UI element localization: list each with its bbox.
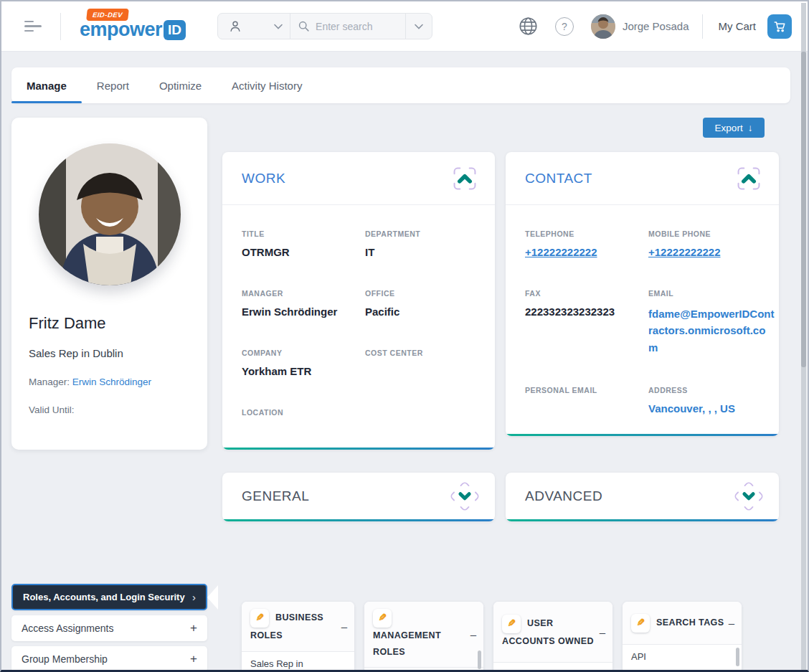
profile-photo: [39, 143, 181, 285]
valid-until-label: Valid Until:: [29, 404, 190, 415]
edit-pencil-icon[interactable]: ✎: [250, 609, 269, 628]
collapse-frame-icon: [734, 164, 763, 193]
global-search: [217, 13, 432, 39]
edit-pencil-icon[interactable]: ✎: [631, 614, 650, 633]
globe-icon: [519, 16, 538, 36]
general-panel-title: GENERAL: [242, 488, 309, 504]
header-divider: [60, 13, 61, 40]
nav-roles-accounts-login-security[interactable]: Roles, Accounts, and Login Security ›: [11, 584, 207, 610]
field-company: COMPANY Yorkham ETR: [242, 349, 365, 378]
collapse-minus-icon[interactable]: –: [724, 617, 734, 629]
header-divider: [702, 14, 703, 39]
tab-manage[interactable]: Manage: [11, 67, 82, 103]
contact-panel-title: CONTACT: [525, 171, 592, 186]
tab-bar: Manage Report Optimize Activity History: [11, 67, 790, 103]
section-nav: Roles, Accounts, and Login Security › Ac…: [11, 584, 207, 672]
field-mobile-phone: MOBILE PHONE +12222222222: [648, 229, 775, 259]
widget-scrollbar[interactable]: [478, 650, 481, 669]
search-tags-widget: ✎SEARCH TAGS – API: [623, 602, 742, 672]
app-window: EID-DEV empower ID: [0, 0, 809, 672]
list-item[interactable]: API: [623, 645, 742, 668]
edit-pencil-icon[interactable]: ✎: [502, 615, 521, 633]
field-department: DEPARTMENT IT: [365, 229, 481, 259]
user-avatar[interactable]: [591, 14, 615, 39]
field-fax: FAX 222332323232323: [525, 289, 648, 356]
environment-badge: EID-DEV: [86, 9, 129, 21]
language-globe-button[interactable]: [519, 16, 538, 36]
logo-wordmark: empower: [80, 19, 162, 41]
field-email: EMAIL fdame@EmpowerIDContractors.onmicro…: [648, 289, 775, 356]
hamburger-menu-icon[interactable]: [24, 18, 43, 35]
business-roles-widget: ✎BUSINESS ROLES – Sales Rep in: [242, 602, 354, 672]
mobile-phone-link[interactable]: +12222222222: [648, 246, 721, 258]
person-role: Sales Rep in Dublin: [29, 347, 190, 359]
user-name[interactable]: Jorge Posada: [623, 20, 689, 32]
address-link[interactable]: Vancouver, , , US: [648, 402, 735, 415]
question-mark-icon: ?: [562, 21, 567, 32]
collapse-minus-icon[interactable]: –: [337, 620, 347, 633]
plus-icon: +: [190, 621, 197, 635]
cart-button[interactable]: [767, 14, 792, 39]
work-panel-title: WORK: [242, 171, 285, 186]
search-scope-select[interactable]: [218, 19, 290, 34]
expand-frame-icon: [734, 482, 763, 511]
expand-general-button[interactable]: [450, 482, 479, 511]
search-options-select[interactable]: [406, 24, 432, 29]
collapse-minus-icon[interactable]: –: [595, 626, 605, 638]
work-panel: WORK TITLE OTRMGR DEPARTMENT IT: [222, 152, 495, 450]
telephone-link[interactable]: +12222222222: [525, 246, 597, 258]
advanced-panel: ADVANCED: [506, 473, 779, 521]
plus-icon: +: [190, 652, 197, 666]
field-manager: MANAGER Erwin Schrödinger: [242, 289, 365, 318]
export-button[interactable]: Export ↓: [703, 118, 765, 138]
logo-id-mark: ID: [164, 20, 186, 40]
chevron-down-icon: [274, 24, 283, 29]
field-office: OFFICE Pacific: [365, 289, 481, 318]
nav-access-assignments[interactable]: Access Assignments +: [11, 615, 207, 641]
app-header: EID-DEV empower ID: [1, 1, 808, 52]
search-icon: [298, 20, 310, 32]
page-scrollbar[interactable]: [801, 3, 806, 670]
tab-activity-history[interactable]: Activity History: [217, 67, 317, 103]
field-cost-center: COST CENTER: [365, 349, 481, 378]
collapse-contact-button[interactable]: [734, 164, 763, 193]
list-item[interactable]: Sales Rep in: [242, 652, 354, 672]
advanced-panel-title: ADVANCED: [525, 488, 602, 504]
collapse-minus-icon[interactable]: –: [466, 628, 476, 640]
collapse-frame-icon: [450, 164, 479, 193]
edit-pencil-icon[interactable]: ✎: [373, 609, 392, 628]
profile-card: Fritz Dame Sales Rep in Dublin Manager: …: [11, 118, 207, 450]
expand-frame-icon: [450, 482, 479, 511]
manager-link[interactable]: Erwin Schrödinger: [72, 377, 151, 387]
search-input[interactable]: [316, 21, 394, 32]
person-icon: [228, 19, 242, 34]
field-location: LOCATION: [242, 408, 365, 437]
management-roles-widget: ✎MANAGEMENT ROLES –: [364, 602, 483, 672]
active-section-pointer: [207, 585, 218, 610]
expand-advanced-button[interactable]: [734, 482, 763, 511]
chevron-right-icon: ›: [192, 591, 196, 603]
person-name: Fritz Dame: [29, 314, 190, 333]
user-accounts-owned-widget: ✎USER ACCOUNTS OWNED –: [493, 602, 612, 672]
contact-panel: CONTACT TELEPHONE +12222222222 MOBILE PH…: [506, 152, 779, 436]
search-field-wrap: [290, 20, 405, 32]
general-panel: GENERAL: [222, 473, 495, 521]
widget-scrollbar[interactable]: [736, 648, 739, 666]
cart-icon: [773, 20, 786, 33]
chevron-down-icon: [415, 24, 423, 29]
field-personal-email: PERSONAL EMAIL: [525, 386, 648, 415]
nav-group-membership[interactable]: Group Membership +: [11, 646, 207, 672]
field-title: TITLE OTRMGR: [242, 229, 365, 259]
help-button[interactable]: ?: [555, 17, 574, 36]
collapse-work-button[interactable]: [450, 164, 479, 193]
field-address: ADDRESS Vancouver, , , US: [648, 386, 775, 415]
manager-label: Manager:: [29, 377, 70, 387]
tab-report[interactable]: Report: [82, 67, 144, 103]
app-logo[interactable]: EID-DEV empower ID: [80, 11, 186, 41]
tab-optimize[interactable]: Optimize: [144, 67, 217, 103]
my-cart-label[interactable]: My Cart: [719, 20, 757, 32]
field-telephone: TELEPHONE +12222222222: [525, 229, 648, 259]
download-arrow-icon: ↓: [748, 123, 753, 133]
email-link[interactable]: fdame@EmpowerIDContractors.onmicrosoft.c…: [648, 306, 775, 356]
